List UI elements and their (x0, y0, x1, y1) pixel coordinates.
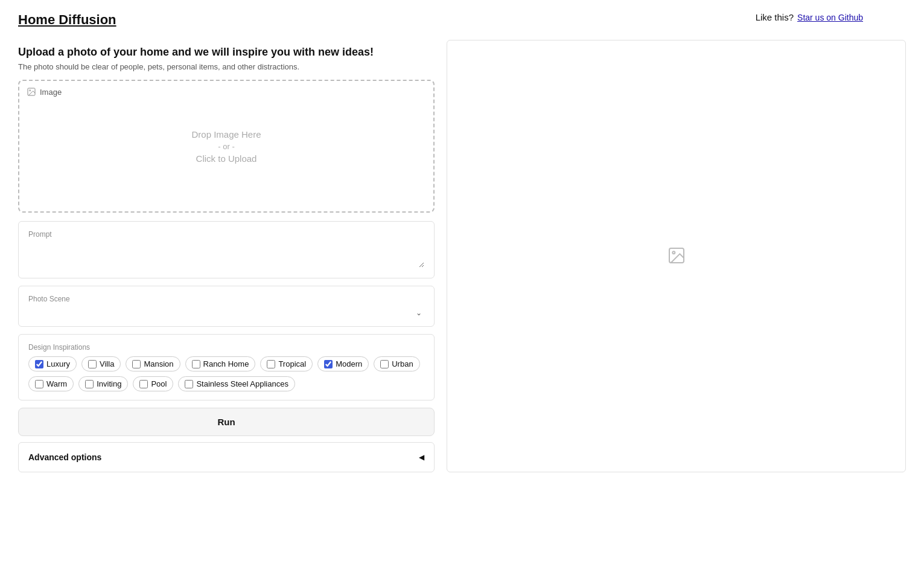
chip-label: Luxury (46, 359, 70, 368)
chip-label: Tropical (278, 359, 306, 368)
chip-tropical[interactable]: Tropical (260, 356, 313, 371)
photo-scene-section: Photo Scene Interior Exterior Backyard K… (18, 286, 435, 327)
click-to-upload: Click to Upload (196, 153, 257, 164)
chip-checkbox-urban[interactable] (380, 360, 389, 368)
run-button[interactable]: Run (18, 408, 435, 436)
chip-checkbox-tropical[interactable] (267, 360, 275, 368)
chip-warm[interactable]: Warm (28, 376, 74, 391)
chip-checkbox-inviting[interactable] (85, 380, 94, 388)
upload-area[interactable]: Image Drop Image Here - or - Click to Up… (18, 80, 435, 213)
chip-checkbox-stainless-steel-appliances[interactable] (185, 380, 193, 388)
image-icon (27, 87, 36, 97)
chip-label: Modern (336, 359, 362, 368)
chip-checkbox-modern[interactable] (324, 360, 333, 368)
design-inspirations-label: Design Inspirations (28, 343, 424, 352)
chip-label: Urban (392, 359, 413, 368)
chip-mansion[interactable]: Mansion (126, 356, 180, 371)
chip-checkbox-pool[interactable] (139, 380, 148, 388)
chips-container: LuxuryVillaMansionRanch HomeTropicalMode… (28, 356, 424, 391)
app-title[interactable]: Home Diffusion (18, 12, 116, 28)
advanced-options-bar[interactable]: Advanced options ◀ (18, 442, 435, 472)
or-text: - or - (218, 142, 234, 151)
github-link[interactable]: Star us on Github (797, 13, 863, 22)
advanced-options-label: Advanced options (28, 452, 101, 462)
chip-modern[interactable]: Modern (317, 356, 369, 371)
collapse-icon: ◀ (419, 453, 424, 461)
prompt-input[interactable] (28, 243, 424, 268)
chip-label: Inviting (97, 379, 121, 388)
svg-point-3 (672, 251, 675, 254)
chip-checkbox-mansion[interactable] (132, 360, 141, 368)
subtitle: Upload a photo of your home and we will … (18, 46, 435, 59)
chip-label: Villa (100, 359, 114, 368)
chip-label: Stainless Steel Appliances (196, 379, 288, 388)
design-inspirations-section: Design Inspirations LuxuryVillaMansionRa… (18, 334, 435, 400)
left-panel: Upload a photo of your home and we will … (18, 40, 435, 472)
svg-point-1 (30, 90, 31, 91)
chip-villa[interactable]: Villa (81, 356, 121, 371)
chip-checkbox-ranch-home[interactable] (192, 360, 200, 368)
prompt-section: Prompt (18, 221, 435, 278)
chip-luxury[interactable]: Luxury (28, 356, 77, 371)
chip-label: Ranch Home (203, 359, 249, 368)
github-text: Like this? (756, 12, 794, 22)
description: The photo should be clear of people, pet… (18, 62, 435, 71)
chip-checkbox-warm[interactable] (35, 380, 43, 388)
chip-inviting[interactable]: Inviting (78, 376, 128, 391)
prompt-label: Prompt (28, 230, 424, 239)
upload-label: Image (27, 87, 62, 97)
chip-ranch-home[interactable]: Ranch Home (185, 356, 256, 371)
chip-checkbox-villa[interactable] (88, 360, 97, 368)
photo-scene-select[interactable]: Interior Exterior Backyard Kitchen Livin… (28, 308, 424, 318)
chip-urban[interactable]: Urban (374, 356, 419, 371)
placeholder-image-icon (667, 246, 686, 267)
photo-scene-label: Photo Scene (28, 295, 424, 303)
chip-pool[interactable]: Pool (133, 376, 173, 391)
chip-stainless-steel-appliances[interactable]: Stainless Steel Appliances (178, 376, 295, 391)
chip-label: Mansion (144, 359, 173, 368)
drop-text: Drop Image Here (191, 129, 261, 140)
chip-checkbox-luxury[interactable] (35, 360, 43, 368)
chip-label: Warm (46, 379, 67, 388)
chip-label: Pool (151, 379, 167, 388)
result-panel (447, 40, 906, 472)
